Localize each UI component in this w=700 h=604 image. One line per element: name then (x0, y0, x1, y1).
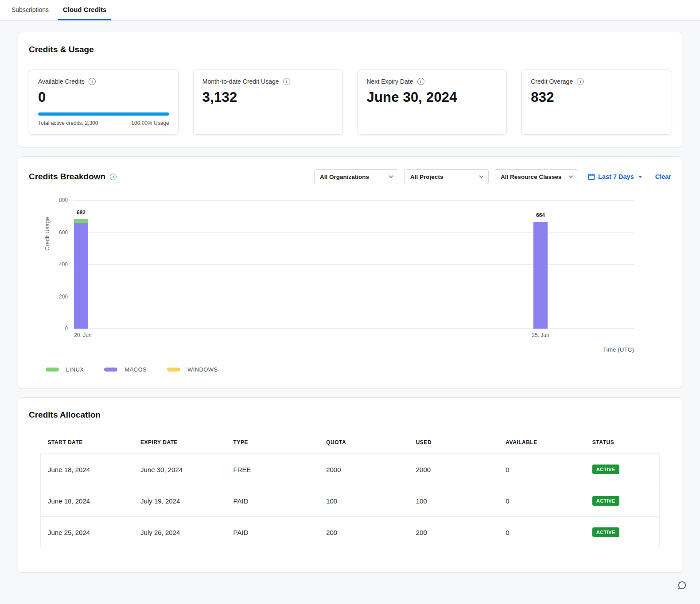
linux-swatch (46, 368, 59, 372)
cell-expiry-date: July 26, 2024 (133, 517, 226, 548)
credits-breakdown-card: Credits Breakdown All Organizations All … (18, 156, 682, 388)
credits-breakdown-title: Credits Breakdown (29, 172, 105, 182)
top-tab-bar: Subscriptions Cloud Credits (0, 0, 700, 21)
mtd-usage-label: Month-to-date Credit Usage (202, 78, 279, 85)
col-type: TYPE (226, 439, 319, 454)
credits-allocation-card: Credits Allocation START DATE EXPIRY DAT… (18, 397, 682, 573)
cell-type: PAID (226, 517, 319, 548)
date-range-value: Last 7 Days (598, 173, 634, 180)
windows-swatch (167, 368, 180, 372)
chevron-down-icon (479, 174, 484, 178)
legend-label: WINDOWS (187, 366, 218, 373)
available-credits-info-icon[interactable] (89, 78, 96, 85)
table-row: June 25, 2024 July 26, 2024 PAID 200 200… (41, 517, 660, 548)
chevron-down-icon (389, 174, 393, 178)
bar-segment-macos (533, 222, 548, 329)
credits-allocation-table: START DATE EXPIRY DATE TYPE QUOTA USED A… (40, 439, 660, 548)
cell-used: 200 (409, 517, 499, 548)
mtd-usage-info-icon[interactable] (283, 78, 290, 85)
credit-overage-value: 832 (531, 89, 662, 105)
cell-used: 100 (409, 485, 499, 517)
total-active-credits-text: Total active credits: 2,300 (38, 120, 98, 126)
chart-bar-25-jun[interactable] (533, 200, 548, 329)
credits-progress-fill (38, 112, 169, 116)
page-content: Credits & Usage Available Credits 0 Tota… (0, 21, 700, 604)
col-available: AVAILABLE (498, 439, 585, 454)
cell-used: 2000 (409, 454, 499, 485)
table-row: June 18, 2024 June 30, 2024 FREE 2000 20… (41, 454, 660, 485)
tab-subscriptions[interactable]: Subscriptions (7, 0, 54, 20)
breakdown-filters: All Organizations All Projects All Resou… (314, 169, 671, 184)
organizations-select[interactable]: All Organizations (314, 169, 398, 184)
chart-bar-20-jun[interactable] (74, 200, 88, 329)
chart-xticks: 20. Jun25. Jun (73, 331, 634, 339)
credits-allocation-title: Credits Allocation (29, 410, 671, 420)
next-expiry-info-icon[interactable] (417, 78, 424, 85)
calendar-icon (588, 173, 595, 180)
next-expiry-card: Next Expiry Date June 30, 2024 (358, 70, 507, 135)
col-expiry-date: EXPIRY DATE (133, 439, 226, 454)
legend-item-macos[interactable]: MACOS (104, 366, 147, 373)
chevron-down-icon (569, 174, 573, 178)
table-row: June 18, 2024 July 19, 2024 PAID 100 100… (41, 485, 660, 517)
projects-select[interactable]: All Projects (404, 169, 489, 184)
cell-start-date: June 18, 2024 (41, 454, 134, 485)
available-credits-card: Available Credits 0 Total active credits… (29, 70, 179, 135)
cell-available: 0 (498, 454, 585, 485)
organizations-select-value: All Organizations (320, 174, 369, 180)
status-badge: ACTIVE (592, 465, 619, 474)
credits-usage-card: Credits & Usage Available Credits 0 Tota… (18, 32, 682, 147)
chart-gridline (73, 200, 634, 201)
table-header-row: START DATE EXPIRY DATE TYPE QUOTA USED A… (41, 439, 660, 454)
caret-down-icon (638, 176, 642, 178)
y-tick-label: 400 (59, 261, 68, 267)
col-start-date: START DATE (41, 439, 134, 454)
legend-item-windows[interactable]: WINDOWS (167, 366, 218, 373)
x-tick-label: 25. Jun (532, 332, 549, 338)
cell-available: 0 (498, 485, 585, 517)
resource-classes-select-value: All Resource Classes (501, 174, 561, 180)
credit-overage-info-icon[interactable] (577, 78, 584, 85)
mtd-usage-card: Month-to-date Credit Usage 3,132 (193, 70, 343, 135)
cell-start-date: June 18, 2024 (41, 485, 134, 517)
stat-card-row: Available Credits 0 Total active credits… (29, 70, 671, 135)
tab-cloud-credits[interactable]: Cloud Credits (58, 0, 111, 20)
bar-segment-macos (74, 223, 88, 329)
cell-quota: 100 (319, 485, 409, 517)
legend-label: MACOS (124, 366, 147, 373)
available-credits-value: 0 (38, 89, 169, 105)
chart-gridline (73, 329, 634, 329)
chart-y-axis-label: Credit Usage (44, 202, 51, 251)
y-tick-label: 0 (65, 325, 68, 332)
chart-legend: LINUXMACOSWINDOWS (46, 366, 671, 373)
credits-breakdown-info-icon[interactable] (110, 174, 117, 180)
support-icon[interactable] (677, 581, 687, 592)
resource-classes-select[interactable]: All Resource Classes (495, 169, 578, 184)
legend-label: LINUX (66, 366, 84, 373)
status-badge: ACTIVE (592, 496, 619, 506)
credit-overage-label: Credit Overage (531, 78, 573, 85)
y-tick-label: 200 (59, 294, 68, 300)
chart-gridline (73, 297, 634, 297)
bar-value-label: 682 (77, 209, 86, 216)
status-badge: ACTIVE (592, 527, 619, 537)
y-tick-label: 600 (59, 229, 68, 236)
chart-x-axis-label: Time (UTC) (73, 346, 634, 353)
usage-percent-text: 100.00% Usage (131, 120, 169, 126)
next-expiry-label: Next Expiry Date (367, 78, 413, 85)
cell-start-date: June 25, 2024 (41, 517, 134, 548)
chart-yaxis: 0200400600800 (50, 200, 73, 329)
credits-progress-bar (38, 112, 169, 116)
legend-item-linux[interactable]: LINUX (46, 366, 84, 373)
credit-overage-card: Credit Overage 832 (521, 70, 671, 135)
next-expiry-value: June 30, 2024 (367, 89, 498, 105)
y-tick-label: 800 (59, 197, 68, 203)
bar-value-label: 664 (536, 212, 545, 218)
cell-type: FREE (226, 454, 319, 485)
date-range-select[interactable]: Last 7 Days (588, 173, 642, 180)
clear-filters-button[interactable]: Clear (655, 173, 671, 180)
cell-quota: 200 (319, 517, 409, 548)
col-used: USED (409, 439, 499, 454)
projects-select-value: All Projects (410, 174, 443, 180)
mtd-usage-value: 3,132 (202, 89, 334, 105)
